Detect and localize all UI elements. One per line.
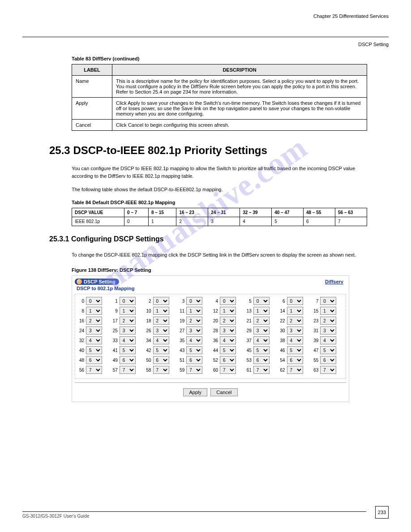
- dscp-priority-select[interactable]: 01234567: [153, 326, 169, 335]
- dscp-priority-select[interactable]: 01234567: [220, 336, 236, 344]
- chapter-reference: Chapter 25 Differentiated Services: [22, 13, 389, 19]
- dscp-index-label: 12: [211, 309, 219, 313]
- dscp-priority-select[interactable]: 01234567: [186, 346, 202, 354]
- dscp-priority-select[interactable]: 01234567: [253, 356, 270, 364]
- dscp-index-label: 56: [77, 368, 85, 373]
- dscp-index-label: 57: [111, 368, 119, 373]
- dscp-priority-select[interactable]: 01234567: [153, 356, 169, 364]
- dscp-priority-select[interactable]: 01234567: [120, 336, 136, 344]
- dscp-cell: 5801234567: [144, 366, 177, 374]
- t2-header-cell: 32 – 39: [240, 208, 272, 217]
- dscp-cell: 3901234567: [311, 336, 344, 344]
- dscp-priority-select[interactable]: 01234567: [287, 307, 303, 315]
- dscp-priority-select[interactable]: 01234567: [186, 336, 202, 344]
- dscp-priority-select[interactable]: 01234567: [253, 297, 270, 305]
- dscp-priority-select[interactable]: 01234567: [186, 307, 202, 315]
- dscp-priority-select[interactable]: 01234567: [120, 366, 136, 374]
- dscp-index-label: 51: [177, 358, 185, 363]
- dscp-index-label: 50: [144, 358, 152, 363]
- dscp-index-label: 31: [311, 328, 319, 333]
- dscp-priority-select[interactable]: 01234567: [220, 356, 236, 364]
- dscp-cell: 4101234567: [111, 346, 143, 354]
- dscp-row: 8012345679012345671001234567110123456712…: [77, 307, 344, 315]
- dscp-priority-select[interactable]: 01234567: [320, 307, 336, 315]
- dscp-cell: 1501234567: [311, 307, 344, 315]
- dscp-index-label: 30: [278, 328, 286, 333]
- dscp-priority-select[interactable]: 01234567: [320, 366, 336, 374]
- default-mapping-table: DSCP VALUE0 – 78 – 1516 – 2324 – 3132 – …: [72, 208, 367, 226]
- dscp-cell: 3801234567: [278, 336, 311, 344]
- dscp-priority-select[interactable]: 01234567: [186, 326, 202, 335]
- dscp-priority-select[interactable]: 01234567: [287, 297, 303, 305]
- dscp-cell: 5701234567: [111, 366, 143, 374]
- dscp-priority-select[interactable]: 01234567: [253, 307, 270, 315]
- apply-button[interactable]: Apply: [183, 388, 207, 396]
- dscp-priority-select[interactable]: 01234567: [287, 346, 303, 354]
- dscp-priority-select[interactable]: 01234567: [120, 307, 136, 315]
- dscp-priority-select[interactable]: 01234567: [320, 336, 336, 344]
- dscp-index-label: 53: [244, 358, 253, 363]
- dscp-priority-select[interactable]: 01234567: [320, 326, 336, 335]
- dscp-priority-select[interactable]: 01234567: [320, 356, 336, 364]
- dscp-priority-select[interactable]: 01234567: [220, 346, 236, 354]
- dscp-priority-select[interactable]: 01234567: [153, 346, 169, 354]
- dscp-priority-select[interactable]: 01234567: [86, 297, 102, 305]
- dscp-priority-select[interactable]: 01234567: [220, 366, 236, 374]
- dscp-cell: 3201234567: [77, 336, 110, 344]
- dscp-priority-select[interactable]: 01234567: [287, 366, 303, 374]
- t2-value-cell: 4: [240, 217, 272, 226]
- dscp-priority-select[interactable]: 01234567: [153, 307, 169, 315]
- footer-text: GS-3012/GS-3012F User's Guide: [22, 514, 89, 519]
- dscp-priority-select[interactable]: 01234567: [320, 317, 336, 325]
- dscp-priority-select[interactable]: 01234567: [86, 317, 102, 325]
- dscp-index-label: 62: [278, 368, 286, 373]
- dscp-priority-select[interactable]: 01234567: [120, 297, 136, 305]
- dscp-priority-select[interactable]: 01234567: [86, 366, 102, 374]
- dscp-row: 5601234567570123456758012345675901234567…: [77, 366, 344, 374]
- page-number: 233: [375, 506, 389, 519]
- dscp-index-label: 40: [77, 348, 85, 353]
- dscp-priority-select[interactable]: 01234567: [253, 317, 270, 325]
- dscp-row: 3201234567330123456734012345673501234567…: [77, 336, 344, 344]
- dscp-priority-select[interactable]: 01234567: [287, 317, 303, 325]
- dscp-index-label: 36: [211, 338, 219, 343]
- dscp-priority-select[interactable]: 01234567: [86, 326, 102, 335]
- dscp-priority-select[interactable]: 01234567: [153, 336, 169, 344]
- dscp-priority-select[interactable]: 01234567: [220, 326, 236, 335]
- dscp-priority-select[interactable]: 01234567: [253, 326, 270, 335]
- dscp-priority-select[interactable]: 01234567: [320, 346, 336, 354]
- dscp-priority-select[interactable]: 01234567: [120, 326, 136, 335]
- dscp-priority-select[interactable]: 01234567: [253, 336, 270, 344]
- dscp-priority-select[interactable]: 01234567: [153, 317, 169, 325]
- dscp-priority-select[interactable]: 01234567: [186, 317, 202, 325]
- dscp-priority-select[interactable]: 01234567: [120, 356, 136, 364]
- dscp-priority-select[interactable]: 01234567: [86, 307, 102, 315]
- dscp-cell: 5001234567: [144, 356, 177, 364]
- dscp-priority-select[interactable]: 01234567: [186, 356, 202, 364]
- dscp-index-label: 21: [244, 318, 253, 323]
- dscp-priority-select[interactable]: 01234567: [253, 366, 270, 374]
- t2-value-cell: 5: [272, 217, 304, 226]
- dscp-priority-select[interactable]: 01234567: [287, 356, 303, 364]
- dscp-priority-select[interactable]: 01234567: [287, 326, 303, 335]
- dscp-priority-select[interactable]: 01234567: [253, 346, 270, 354]
- dscp-priority-select[interactable]: 01234567: [120, 317, 136, 325]
- dscp-priority-select[interactable]: 01234567: [320, 297, 336, 305]
- dscp-priority-select[interactable]: 01234567: [86, 346, 102, 354]
- dscp-priority-select[interactable]: 01234567: [153, 366, 169, 374]
- diffserv-link[interactable]: Diffserv: [325, 279, 343, 284]
- dscp-priority-select[interactable]: 01234567: [220, 297, 236, 305]
- table-row: ApplyClick Apply to save your changes to…: [72, 98, 367, 120]
- dscp-priority-select[interactable]: 01234567: [220, 317, 236, 325]
- dscp-index-label: 1: [111, 299, 119, 304]
- dscp-priority-select[interactable]: 01234567: [186, 297, 202, 305]
- dscp-priority-select[interactable]: 01234567: [186, 366, 202, 374]
- dscp-priority-select[interactable]: 01234567: [86, 336, 102, 344]
- dscp-priority-select[interactable]: 01234567: [287, 336, 303, 344]
- dscp-priority-select[interactable]: 01234567: [86, 356, 102, 364]
- dscp-priority-select[interactable]: 01234567: [220, 307, 236, 315]
- dscp-priority-select[interactable]: 01234567: [120, 346, 136, 354]
- cancel-button[interactable]: Cancel: [210, 388, 237, 396]
- dscp-priority-select[interactable]: 01234567: [153, 297, 169, 305]
- dscp-cell: 001234567: [77, 297, 110, 305]
